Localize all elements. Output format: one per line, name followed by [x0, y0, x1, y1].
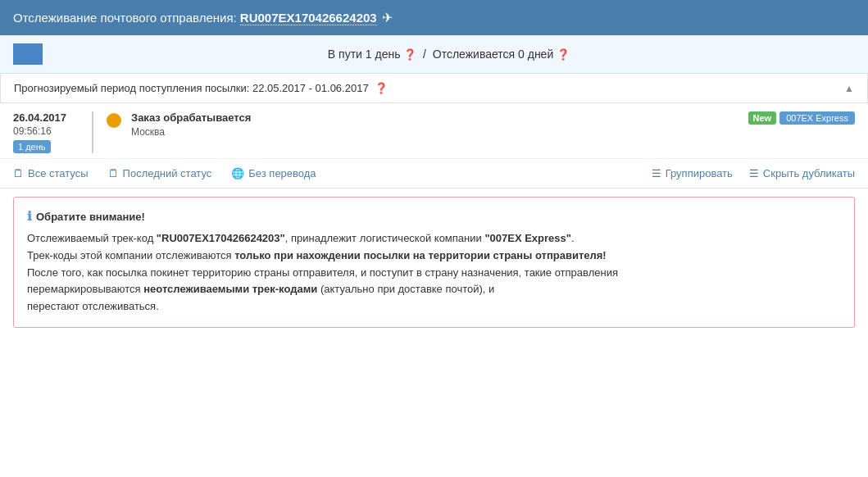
page-header: Отслеживание почтового отправления: RU00…	[0, 0, 868, 35]
alert-title-text: Обратите внимание!	[36, 211, 145, 223]
last-status-label: Последний статус	[123, 167, 212, 179]
no-translation-icon: 🌐	[231, 167, 244, 179]
alert-line2-pre: Трек-коды этой компании отслеживаются	[27, 249, 234, 261]
badge-new[interactable]: New	[748, 111, 777, 125]
no-translation-button[interactable]: 🌐 Без перевода	[231, 167, 316, 179]
event-date-col: 26.04.2017 09:56:16 1 день	[13, 111, 79, 153]
collapse-icon[interactable]: ▲	[844, 83, 854, 94]
alert-line4-mid: (актуально при доставке почтой), и	[317, 283, 494, 295]
all-statuses-button[interactable]: 🗒 Все статусы	[13, 167, 89, 179]
event-location: Москва	[131, 126, 738, 138]
toolbar-right: ☰ Группировать ☰ Скрыть дубликаты	[652, 167, 855, 179]
event-badges: New 007EX Express	[748, 111, 855, 125]
alert-line-2: Трек-коды этой компании отслеживаются то…	[27, 248, 841, 265]
alert-line1-company: "007EX Express"	[484, 232, 571, 244]
alert-info-icon: ℹ	[27, 209, 32, 224]
transit-bar: В пути 1 день ❓ / Отслеживается 0 дней ❓	[0, 35, 868, 74]
alert-line-4: перемаркировываются неотслеживаемыми тре…	[27, 281, 841, 298]
tracking-number-link[interactable]: RU007EX170426624203	[240, 11, 377, 25]
alert-line2-bold: только при нахождении посылки на террито…	[234, 249, 607, 261]
alert-line-3: После того, как посылка покинет территор…	[27, 265, 841, 282]
group-label: Группировать	[666, 167, 733, 179]
group-button[interactable]: ☰ Группировать	[652, 167, 733, 179]
tracking-question-icon[interactable]: ❓	[557, 48, 570, 61]
flag-icon	[13, 43, 43, 65]
alert-line-1: Отслеживаемый трек-код "RU007EX170426624…	[27, 230, 841, 248]
event-day-badge: 1 день	[13, 140, 51, 153]
toolbar: 🗒 Все статусы 🗒 Последний статус 🌐 Без п…	[0, 159, 868, 189]
badge-carrier[interactable]: 007EX Express	[779, 111, 855, 125]
group-icon: ☰	[652, 167, 661, 179]
event-title: Заказ обрабатывается	[131, 111, 738, 124]
event-row: 26.04.2017 09:56:16 1 день Заказ обрабат…	[13, 111, 855, 153]
alert-box: ℹ Обратите внимание! Отслеживаемый трек-…	[13, 197, 855, 328]
alert-line1-pre: Отслеживаемый трек-код	[27, 232, 157, 244]
alert-line4-pre: перемаркировываются	[27, 283, 143, 295]
hide-duplicates-button[interactable]: ☰ Скрыть дубликаты	[749, 167, 855, 179]
last-status-icon: 🗒	[108, 167, 119, 179]
transit-question-icon[interactable]: ❓	[403, 48, 416, 61]
alert-title: ℹ Обратите внимание!	[27, 209, 841, 224]
hide-duplicates-icon: ☰	[749, 167, 759, 179]
forecast-question-icon[interactable]: ❓	[375, 82, 388, 94]
event-date: 26.04.2017	[13, 111, 79, 124]
forecast-label: Прогнозируемый период поступления посылк…	[14, 82, 369, 94]
alert-line4-bold: неотслеживаемыми трек-кодами	[143, 283, 317, 295]
in-transit-label: В пути 1 день	[328, 48, 401, 61]
all-statuses-label: Все статусы	[28, 167, 89, 179]
alert-line1-code: "RU007EX170426624203"	[157, 232, 285, 244]
event-dot-icon	[107, 113, 121, 128]
alert-body: Отслеживаемый трек-код "RU007EX170426624…	[27, 230, 841, 316]
alert-line-5: перестают отслеживаться.	[27, 298, 841, 316]
event-time: 09:56:16	[13, 125, 79, 137]
header-label: Отслеживание почтового отправления:	[13, 11, 237, 25]
transit-text: В пути 1 день ❓ / Отслеживается 0 дней ❓	[43, 48, 855, 61]
forecast-text: Прогнозируемый период поступления посылк…	[14, 82, 388, 94]
hide-duplicates-label: Скрыть дубликаты	[763, 167, 855, 179]
tracking-days-label: Отслеживается 0 дней	[433, 48, 553, 61]
send-icon: ✈	[382, 10, 393, 25]
event-content: Заказ обрабатывается Москва	[131, 111, 738, 138]
event-timeline-line	[92, 111, 93, 153]
forecast-bar: Прогнозируемый период поступления посылк…	[0, 74, 868, 103]
event-section: 26.04.2017 09:56:16 1 день Заказ обрабат…	[0, 103, 868, 159]
all-statuses-icon: 🗒	[13, 167, 24, 179]
no-translation-label: Без перевода	[248, 167, 316, 179]
alert-line1-end: .	[571, 232, 575, 244]
last-status-button[interactable]: 🗒 Последний статус	[108, 167, 212, 179]
alert-line1-mid: , принадлежит логистической компании	[285, 232, 485, 244]
